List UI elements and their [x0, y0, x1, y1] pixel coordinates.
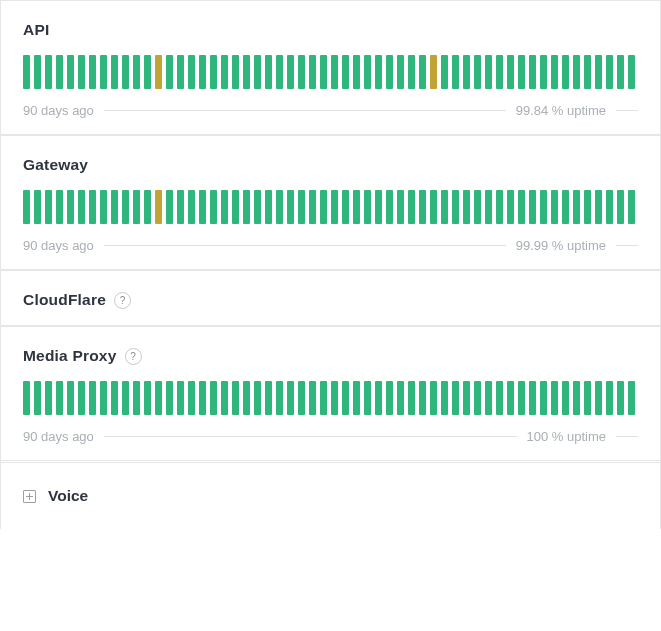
uptime-day-bar[interactable] — [518, 190, 525, 224]
uptime-day-bar[interactable] — [485, 55, 492, 89]
uptime-day-bar[interactable] — [287, 55, 294, 89]
uptime-day-bar[interactable] — [221, 381, 228, 415]
uptime-day-bar[interactable] — [463, 190, 470, 224]
uptime-day-bar[interactable] — [595, 190, 602, 224]
uptime-day-bar[interactable] — [485, 190, 492, 224]
uptime-day-bar[interactable] — [23, 190, 30, 224]
uptime-day-bar[interactable] — [89, 381, 96, 415]
uptime-day-bar[interactable] — [122, 381, 129, 415]
uptime-day-bar[interactable] — [199, 55, 206, 89]
uptime-day-bar[interactable] — [562, 381, 569, 415]
uptime-day-bar[interactable] — [584, 55, 591, 89]
uptime-day-bar[interactable] — [298, 55, 305, 89]
uptime-day-bar[interactable] — [573, 381, 580, 415]
uptime-day-bar[interactable] — [210, 190, 217, 224]
uptime-day-bar[interactable] — [408, 381, 415, 415]
uptime-day-bar[interactable] — [78, 381, 85, 415]
uptime-day-bar[interactable] — [452, 381, 459, 415]
uptime-day-bar[interactable] — [430, 381, 437, 415]
uptime-day-bar[interactable] — [562, 55, 569, 89]
uptime-day-bar[interactable] — [34, 381, 41, 415]
uptime-day-bar[interactable] — [353, 55, 360, 89]
uptime-day-bar[interactable] — [430, 55, 437, 89]
uptime-day-bar[interactable] — [331, 55, 338, 89]
uptime-day-bar[interactable] — [265, 190, 272, 224]
uptime-day-bar[interactable] — [562, 190, 569, 224]
uptime-day-bar[interactable] — [188, 190, 195, 224]
uptime-day-bar[interactable] — [111, 190, 118, 224]
uptime-day-bar[interactable] — [320, 381, 327, 415]
uptime-day-bar[interactable] — [419, 190, 426, 224]
uptime-day-bar[interactable] — [386, 55, 393, 89]
uptime-day-bar[interactable] — [144, 55, 151, 89]
uptime-day-bar[interactable] — [474, 190, 481, 224]
uptime-day-bar[interactable] — [584, 381, 591, 415]
uptime-day-bar[interactable] — [463, 381, 470, 415]
uptime-day-bar[interactable] — [320, 190, 327, 224]
uptime-day-bar[interactable] — [397, 190, 404, 224]
uptime-day-bar[interactable] — [265, 381, 272, 415]
uptime-day-bar[interactable] — [111, 55, 118, 89]
uptime-day-bar[interactable] — [529, 381, 536, 415]
uptime-day-bar[interactable] — [496, 381, 503, 415]
uptime-day-bar[interactable] — [155, 190, 162, 224]
uptime-day-bar[interactable] — [375, 55, 382, 89]
uptime-day-bar[interactable] — [155, 55, 162, 89]
uptime-day-bar[interactable] — [166, 55, 173, 89]
uptime-day-bar[interactable] — [419, 55, 426, 89]
uptime-day-bar[interactable] — [617, 190, 624, 224]
uptime-day-bar[interactable] — [496, 55, 503, 89]
uptime-day-bar[interactable] — [529, 190, 536, 224]
uptime-day-bar[interactable] — [408, 190, 415, 224]
uptime-day-bar[interactable] — [375, 190, 382, 224]
uptime-day-bar[interactable] — [232, 190, 239, 224]
uptime-day-bar[interactable] — [452, 55, 459, 89]
uptime-day-bar[interactable] — [529, 55, 536, 89]
uptime-day-bar[interactable] — [45, 55, 52, 89]
uptime-day-bar[interactable] — [408, 55, 415, 89]
uptime-day-bar[interactable] — [375, 381, 382, 415]
uptime-day-bar[interactable] — [221, 190, 228, 224]
uptime-day-bar[interactable] — [551, 55, 558, 89]
uptime-day-bar[interactable] — [507, 55, 514, 89]
uptime-day-bar[interactable] — [606, 381, 613, 415]
uptime-day-bar[interactable] — [606, 55, 613, 89]
uptime-day-bar[interactable] — [518, 381, 525, 415]
uptime-day-bar[interactable] — [232, 55, 239, 89]
uptime-day-bar[interactable] — [254, 381, 261, 415]
uptime-day-bar[interactable] — [78, 55, 85, 89]
uptime-day-bar[interactable] — [441, 381, 448, 415]
uptime-day-bar[interactable] — [309, 55, 316, 89]
uptime-day-bar[interactable] — [177, 381, 184, 415]
uptime-day-bar[interactable] — [507, 381, 514, 415]
uptime-day-bar[interactable] — [243, 55, 250, 89]
uptime-day-bar[interactable] — [34, 190, 41, 224]
uptime-day-bar[interactable] — [133, 190, 140, 224]
uptime-day-bar[interactable] — [573, 55, 580, 89]
uptime-day-bar[interactable] — [353, 381, 360, 415]
uptime-day-bar[interactable] — [177, 190, 184, 224]
help-icon[interactable]: ? — [114, 292, 131, 309]
uptime-day-bar[interactable] — [331, 190, 338, 224]
uptime-day-bar[interactable] — [342, 381, 349, 415]
uptime-day-bar[interactable] — [122, 190, 129, 224]
uptime-day-bar[interactable] — [298, 381, 305, 415]
help-icon[interactable]: ? — [125, 348, 142, 365]
uptime-day-bar[interactable] — [496, 190, 503, 224]
uptime-day-bar[interactable] — [67, 381, 74, 415]
uptime-day-bar[interactable] — [287, 381, 294, 415]
uptime-day-bar[interactable] — [551, 190, 558, 224]
uptime-day-bar[interactable] — [309, 190, 316, 224]
uptime-day-bar[interactable] — [606, 190, 613, 224]
uptime-day-bar[interactable] — [133, 381, 140, 415]
uptime-day-bar[interactable] — [617, 381, 624, 415]
uptime-day-bar[interactable] — [617, 55, 624, 89]
uptime-day-bar[interactable] — [463, 55, 470, 89]
uptime-day-bar[interactable] — [540, 55, 547, 89]
uptime-day-bar[interactable] — [364, 190, 371, 224]
uptime-day-bar[interactable] — [23, 381, 30, 415]
uptime-day-bar[interactable] — [628, 55, 635, 89]
uptime-day-bar[interactable] — [188, 381, 195, 415]
uptime-day-bar[interactable] — [210, 55, 217, 89]
uptime-day-bar[interactable] — [276, 381, 283, 415]
